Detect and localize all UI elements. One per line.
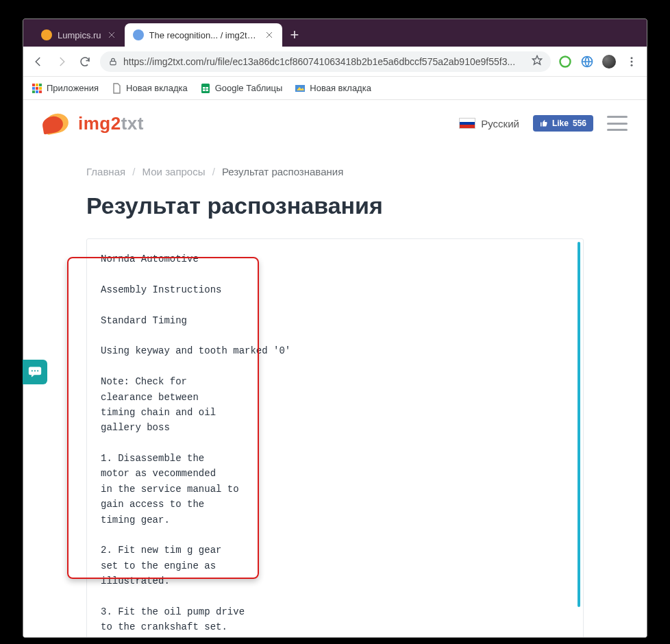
sheets-icon [200,83,211,94]
site-logo[interactable]: img2txt [42,111,144,136]
bookmark-item[interactable]: Новая вкладка [111,83,188,94]
bookmark-item[interactable]: Новая вкладка [295,83,371,94]
site-header: img2txt Русский Like 556 [23,100,647,145]
svg-rect-18 [32,87,35,90]
svg-point-14 [631,64,633,66]
svg-rect-15 [32,84,35,86]
svg-marker-9 [532,55,541,64]
apps-shortcut[interactable]: Приложения [32,83,99,94]
svg-rect-20 [39,87,42,90]
facebook-like-button[interactable]: Like 556 [533,115,593,132]
close-tab-icon[interactable] [107,30,116,40]
bookmark-label: Новая вкладка [126,83,188,93]
svg-marker-31 [32,375,34,377]
breadcrumb-sep: / [132,166,135,177]
image-icon [295,83,306,94]
svg-rect-17 [39,84,42,86]
logo-text: img2txt [78,113,144,134]
reload-button[interactable] [77,53,93,70]
bookmark-label: Google Таблицы [215,83,283,93]
breadcrumb: Главная / Мои запросы / Результат распоз… [86,166,584,177]
page-content: img2txt Русский Like 556 Главная / Мои з [23,100,647,637]
header-right: Русский Like 556 [459,115,628,132]
svg-point-32 [32,370,33,371]
recognized-text[interactable]: Nornda Automotive Assembly Instructions … [87,239,583,637]
thumbs-up-icon [540,119,548,127]
apps-icon [32,83,42,94]
like-label: Like [552,119,569,128]
browser-menu-button[interactable] [623,53,640,70]
svg-rect-22 [36,90,38,93]
favicon-icon [133,29,144,40]
svg-point-34 [37,370,38,371]
apps-label: Приложения [47,83,99,93]
breadcrumb-home[interactable]: Главная [86,166,125,177]
back-button[interactable] [30,53,47,70]
svg-point-12 [631,57,633,59]
favicon-icon [41,29,52,40]
svg-rect-19 [36,87,38,90]
language-selector[interactable]: Русский [459,118,519,129]
bookmarks-bar: Приложения Новая вкладка Google Таблицы … [23,77,647,100]
menu-button[interactable] [607,116,628,131]
tab-img2txt[interactable]: The recognition... / img2txt.com [125,23,282,47]
browser-toolbar: https://img2txt.com/ru/file/ec13a86dc1cf… [23,47,647,77]
logo-mark-icon [42,111,74,136]
language-label: Русский [481,118,519,129]
url-text: https://img2txt.com/ru/file/ec13a86dc1cf… [123,56,526,67]
extension-globe-icon[interactable] [580,54,595,69]
scrollbar-thumb[interactable] [578,242,580,607]
result-container: Nornda Automotive Assembly Instructions … [86,238,584,637]
forward-button[interactable] [53,53,70,70]
svg-rect-23 [39,90,42,93]
extension-origin-icon[interactable] [558,54,573,69]
svg-point-33 [34,370,36,371]
lock-icon [108,57,118,66]
page-icon [111,83,122,94]
page-title: Результат распознавания [86,193,584,219]
tab-strip: Lumpics.ru The recognition... / img2txt.… [23,19,647,47]
tab-title: The recognition... / img2txt.com [149,30,259,40]
svg-rect-8 [110,61,116,64]
tab-lumpics[interactable]: Lumpics.ru [33,23,125,47]
new-tab-button[interactable]: + [282,23,308,47]
svg-point-10 [560,56,571,66]
chat-widget-button[interactable] [23,360,47,384]
avatar-icon[interactable] [601,54,617,69]
page-body: Главная / Мои запросы / Результат распоз… [23,166,647,637]
svg-rect-21 [32,90,35,93]
breadcrumb-current: Результат распознавания [222,166,343,177]
star-icon[interactable] [532,55,543,68]
close-tab-icon[interactable] [264,30,274,40]
bookmark-item[interactable]: Google Таблицы [200,83,283,94]
tab-title: Lumpics.ru [58,30,101,40]
bookmark-label: Новая вкладка [310,83,371,93]
breadcrumb-requests[interactable]: Мои запросы [142,166,206,177]
address-bar[interactable]: https://img2txt.com/ru/file/ec13a86dc1cf… [100,51,551,72]
like-count: 556 [573,119,586,128]
flag-ru-icon [459,118,475,129]
browser-window: Lumpics.ru The recognition... / img2txt.… [23,18,647,638]
svg-point-13 [631,60,633,62]
svg-rect-16 [36,84,38,86]
breadcrumb-sep: / [212,166,215,177]
chat-icon [28,366,42,378]
